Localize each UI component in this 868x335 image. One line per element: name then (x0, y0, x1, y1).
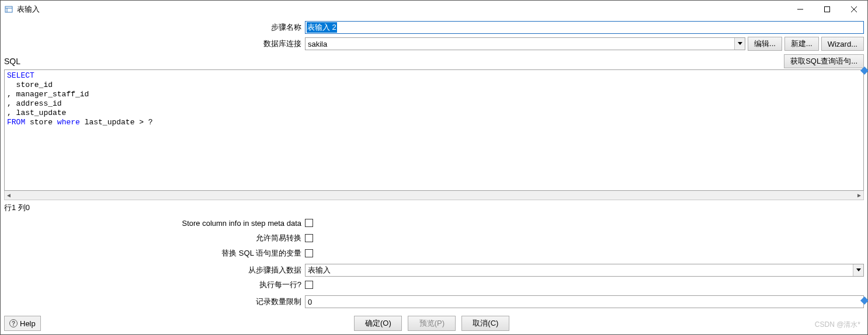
db-connection-value: sakila (305, 40, 734, 48)
execute-each-row: 执行每一行? (4, 277, 864, 292)
step-name-row: 步骤名称 表输入 2 (4, 20, 864, 34)
new-button[interactable]: 新建... (784, 37, 819, 51)
store-column-info-checkbox[interactable] (305, 219, 313, 227)
bottom-bar: ? Help 确定(O) 预览(P) 取消(C) (1, 312, 867, 334)
store-column-info-row: Store column info in step meta data (4, 215, 864, 231)
insert-from-step-row: 从步骤插入数据 表输入 (4, 263, 864, 277)
step-name-input[interactable]: 表输入 2 (305, 21, 864, 34)
step-name-label: 步骤名称 (4, 22, 305, 33)
replace-vars-row: 替换 SQL 语句里的变量 (4, 246, 864, 261)
ok-button[interactable]: 确定(O) (354, 316, 402, 331)
chevron-down-icon[interactable] (853, 264, 863, 276)
app-icon (4, 5, 13, 14)
db-connection-row: 数据库连接 sakila 编辑... 新建... Wizard... (4, 37, 864, 51)
dialog-window: 表输入 步骤名称 表输入 2 // will overwrite input s… (0, 0, 868, 335)
execute-each-label: 执行每一行? (4, 280, 305, 290)
store-column-info-label: Store column info in step meta data (4, 219, 305, 228)
wizard-button[interactable]: Wizard... (821, 37, 864, 51)
get-sql-query-button[interactable]: 获取SQL查询语句... (784, 54, 864, 68)
limit-row: 记录数量限制 (4, 295, 864, 309)
titlebar: 表输入 (1, 1, 867, 18)
scroll-right-icon[interactable]: ► (856, 192, 862, 198)
content-area: 步骤名称 表输入 2 // will overwrite input style… (1, 18, 867, 312)
help-label: Help (20, 319, 36, 328)
db-connection-label: 数据库连接 (4, 39, 305, 49)
execute-each-checkbox[interactable] (305, 281, 313, 289)
allow-simple-checkbox[interactable] (305, 234, 313, 242)
svg-marker-7 (738, 42, 742, 45)
watermark: CSDN @清水* (815, 320, 860, 330)
limit-label: 记录数量限制 (4, 296, 305, 307)
svg-marker-8 (856, 268, 861, 271)
sql-section: SQL 获取SQL查询语句... SELECT store_id , manag… (4, 54, 864, 215)
svg-rect-0 (5, 6, 12, 12)
window-title: 表输入 (17, 4, 787, 15)
sql-editor[interactable]: SELECT store_id , manager_staff_id , add… (4, 69, 864, 191)
replace-vars-checkbox[interactable] (305, 249, 313, 257)
help-button[interactable]: ? Help (4, 316, 41, 331)
help-icon: ? (9, 319, 18, 327)
horizontal-scrollbar[interactable]: ◄ ► (4, 191, 864, 200)
insert-from-step-value: 表输入 (305, 265, 853, 275)
insert-from-step-label: 从步骤插入数据 (4, 265, 305, 275)
sql-label: SQL (4, 57, 784, 66)
allow-simple-label: 允许简易转换 (4, 233, 305, 243)
allow-simple-row: 允许简易转换 (4, 231, 864, 246)
edit-button[interactable]: 编辑... (748, 37, 782, 51)
replace-vars-label: 替换 SQL 语句里的变量 (4, 248, 305, 259)
chevron-down-icon[interactable] (734, 38, 745, 50)
close-button[interactable] (841, 1, 867, 18)
preview-button[interactable]: 预览(P) (408, 316, 456, 331)
scroll-left-icon[interactable]: ◄ (6, 192, 12, 198)
cancel-button[interactable]: 取消(C) (461, 316, 509, 331)
insert-from-step-combo[interactable]: 表输入 (305, 264, 864, 277)
db-connection-combo[interactable]: sakila (305, 37, 745, 50)
window-controls (787, 1, 867, 18)
cursor-position-status: 行1 列0 (4, 200, 864, 215)
maximize-button[interactable] (814, 1, 841, 18)
limit-input[interactable] (305, 295, 864, 308)
minimize-button[interactable] (787, 1, 814, 18)
svg-rect-4 (825, 7, 830, 12)
